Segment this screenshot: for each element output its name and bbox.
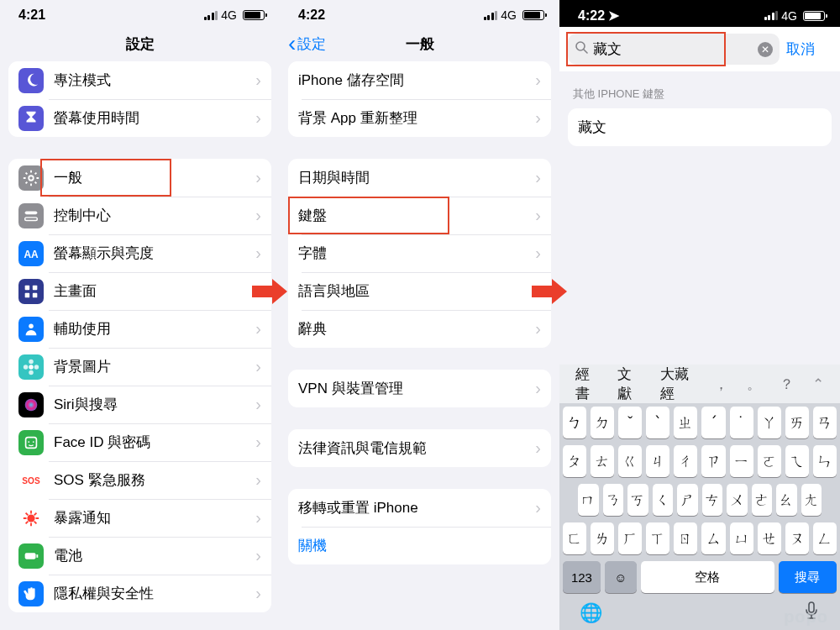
key[interactable]: ㄋ — [603, 484, 624, 516]
key[interactable]: ˋ — [646, 407, 669, 438]
key[interactable]: ㄇ — [578, 484, 599, 516]
search-field[interactable]: 藏文 ✕ — [568, 34, 780, 65]
candidate-word[interactable]: 文獻 — [608, 365, 650, 403]
key[interactable]: ㄗ — [701, 445, 725, 477]
settings-row[interactable]: 一般› — [8, 159, 271, 197]
key-search[interactable]: 搜尋 — [779, 561, 837, 593]
settings-group-focus: 專注模式›螢幕使用時間› — [8, 61, 271, 137]
key[interactable]: ˙ — [730, 407, 753, 438]
key-numbers[interactable]: 123 — [563, 561, 601, 593]
key[interactable]: ㄅ — [563, 407, 586, 438]
key[interactable]: ㄔ — [674, 445, 697, 477]
key[interactable]: ㄑ — [653, 484, 674, 516]
key[interactable]: ㄈ — [563, 522, 586, 554]
settings-row[interactable]: 電池› — [8, 537, 271, 575]
key[interactable]: ㄙ — [701, 522, 725, 554]
settings-row[interactable]: 暴露通知› — [8, 499, 271, 537]
settings-row[interactable]: 控制中心› — [8, 197, 271, 234]
key[interactable]: ㄝ — [758, 522, 781, 554]
candidate-punct[interactable]: ？ — [770, 375, 803, 394]
key[interactable]: ㄏ — [618, 522, 642, 554]
settings-row[interactable]: 螢幕使用時間› — [8, 99, 271, 137]
settings-row[interactable]: 隱私權與安全性› — [8, 575, 271, 612]
key[interactable]: ㄧ — [730, 445, 753, 477]
settings-row[interactable]: Siri與搜尋› — [8, 386, 271, 423]
settings-row[interactable]: 移轉或重置 iPhone› — [288, 489, 551, 527]
candidate-word[interactable]: 大藏經 — [651, 365, 705, 403]
key[interactable]: ㄎ — [627, 484, 648, 516]
key[interactable]: ㄩ — [730, 522, 753, 554]
settings-row[interactable]: 背景 App 重新整理› — [288, 99, 551, 137]
key[interactable]: ㄆ — [563, 445, 586, 477]
candidate-punct[interactable]: 。 — [738, 375, 770, 394]
settings-row[interactable]: 辭典› — [288, 310, 551, 348]
settings-row[interactable]: Face ID 與密碼› — [8, 423, 271, 461]
key[interactable]: ˇ — [618, 407, 642, 438]
settings-row[interactable]: 專注模式› — [8, 61, 271, 99]
key[interactable]: ㄞ — [785, 407, 809, 438]
key-emoji[interactable]: ☺ — [605, 561, 637, 593]
key[interactable]: ㄟ — [785, 445, 809, 477]
row-label: 鍵盤 — [298, 206, 535, 225]
settings-row[interactable]: 輔助使用› — [8, 310, 271, 348]
key[interactable]: ㄘ — [702, 484, 723, 516]
svg-point-11 — [29, 370, 34, 375]
clear-search-button[interactable]: ✕ — [758, 42, 773, 57]
settings-row[interactable]: 法律資訊與電信規範› — [288, 429, 551, 467]
settings-row[interactable]: AA螢幕顯示與亮度› — [8, 234, 271, 272]
key[interactable]: ㄉ — [591, 407, 614, 438]
row-label: 隱私權與安全性 — [54, 584, 255, 603]
row-label: 電池 — [54, 546, 255, 565]
key[interactable]: ㄤ — [801, 484, 822, 516]
key[interactable]: ㄐ — [646, 445, 669, 477]
row-label: 移轉或重置 iPhone — [298, 498, 535, 517]
settings-row[interactable]: 語言與地區› — [288, 272, 551, 310]
key[interactable]: ㄨ — [727, 484, 748, 516]
chevron-right-icon: › — [255, 319, 261, 339]
battery-icon — [243, 10, 265, 20]
key[interactable]: ㄒ — [646, 522, 669, 554]
search-results: 藏文 — [568, 108, 832, 146]
key[interactable]: ㄢ — [813, 407, 837, 438]
key-space[interactable]: 空格 — [641, 561, 774, 593]
candidate-punct[interactable]: ， — [705, 375, 738, 394]
key[interactable]: ㄚ — [758, 407, 781, 438]
settings-row[interactable]: 背景圖片› — [8, 348, 271, 386]
flower-icon — [18, 354, 44, 380]
candidate-word[interactable]: 經書 — [566, 365, 608, 403]
settings-row[interactable]: 主畫面› — [8, 272, 271, 310]
key[interactable]: ㄊ — [591, 445, 614, 477]
expand-candidates-icon[interactable]: ⌃ — [803, 375, 833, 393]
result-row[interactable]: 藏文 — [568, 108, 832, 146]
key[interactable]: ㄡ — [785, 522, 809, 554]
back-button[interactable]: 設定 — [288, 34, 326, 54]
row-label: SOS 緊急服務 — [54, 470, 255, 490]
settings-row[interactable]: 日期與時間› — [288, 159, 551, 197]
settings-row[interactable]: VPN 與裝置管理› — [288, 370, 551, 407]
key[interactable]: ㄠ — [776, 484, 797, 516]
key[interactable]: ㄕ — [677, 484, 698, 516]
svg-text:SOS: SOS — [22, 475, 40, 485]
settings-row[interactable]: 字體› — [288, 234, 551, 272]
key[interactable]: ㄣ — [813, 445, 837, 477]
key[interactable]: ㄜ — [752, 484, 773, 516]
chevron-right-icon: › — [255, 244, 261, 263]
siri-icon — [18, 392, 44, 417]
key[interactable]: ㄛ — [758, 445, 781, 477]
cancel-button[interactable]: 取消 — [786, 39, 815, 59]
settings-row[interactable]: 關機 — [288, 527, 551, 564]
settings-row[interactable]: SOSSOS 緊急服務› — [8, 461, 271, 499]
status-signals: 4G — [764, 9, 825, 23]
globe-icon[interactable]: 🌐 — [580, 602, 602, 624]
key[interactable]: ㄖ — [674, 522, 697, 554]
general-group-keyboard: 日期與時間›鍵盤›字體›語言與地區›辭典› — [288, 159, 551, 348]
key[interactable]: ㄥ — [813, 522, 837, 554]
candidate-bar[interactable]: 經書 文獻 大藏經 ， 。 ？ ⌃ — [559, 365, 840, 403]
search-bar: 藏文 ✕ 取消 — [559, 27, 840, 71]
key[interactable]: ㄌ — [591, 522, 614, 554]
key[interactable]: ㄓ — [674, 407, 697, 438]
key[interactable]: ˊ — [701, 407, 725, 438]
settings-row[interactable]: 鍵盤› — [288, 197, 551, 234]
settings-row[interactable]: iPhone 儲存空間› — [288, 61, 551, 99]
key[interactable]: ㄍ — [618, 445, 642, 477]
